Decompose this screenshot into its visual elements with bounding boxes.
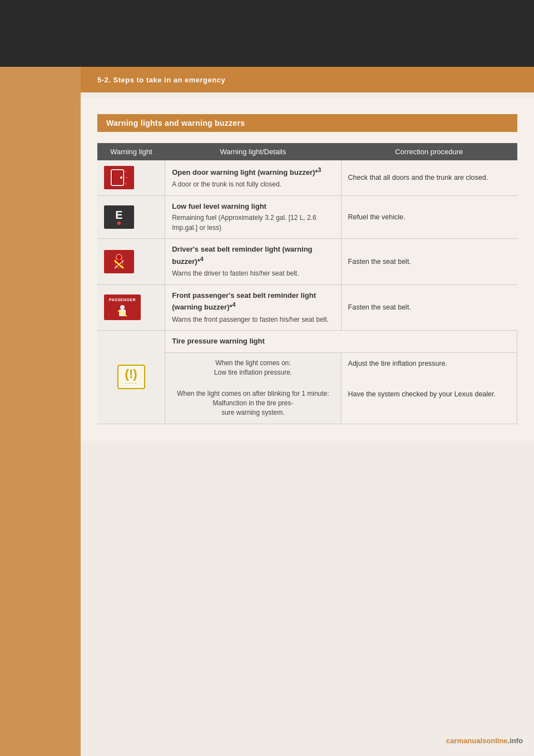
passenger-label: PASSENGER [109, 297, 136, 303]
content-area: Warning lights and warning buzzers Warni… [81, 97, 534, 441]
tire-pressure-warning-icon: (!) ~~~~ [117, 365, 145, 389]
col-warning-details: Warning light/Details [165, 143, 341, 160]
svg-line-4 [123, 171, 127, 173]
section-label: 5-2. Steps to take in an emergency [97, 76, 225, 84]
table-row: Driver's seat belt reminder light (warni… [97, 239, 517, 284]
table-row: E Low fuel level warning light Remaining… [97, 195, 517, 239]
col-correction: Correction procedure [341, 143, 517, 160]
passenger-seatbelt-title: Front passenger's seat belt reminder lig… [172, 291, 334, 313]
svg-point-7 [116, 254, 122, 260]
door-correction-text: Check that all doors and the trunk are c… [348, 174, 488, 181]
watermark: carmanualsonline.info [446, 737, 523, 745]
seatbelt-correction-text: Fasten the seat belt. [348, 258, 411, 266]
icon-cell [97, 239, 165, 284]
fuel-warning-details: Low fuel level warning light Remaining f… [165, 195, 341, 239]
watermark-text: carmanualsonline.info [446, 737, 523, 745]
seatbelt-warning-title: Driver's seat belt reminder light (warni… [172, 244, 334, 267]
tire-correction-1-cell: Adjust the tire inflation pressure. [341, 352, 517, 383]
tire-tread: ~~~~ [125, 380, 137, 387]
warning-table: Warning light Warning light/Details Corr… [97, 143, 517, 424]
tire-condition-1-cell: When the light comes on:Low tire inflati… [165, 352, 341, 383]
door-warning-correction: Check that all doors and the trunk are c… [341, 160, 517, 195]
fuel-warning-detail: Remaining fuel (Approximately 3.2 gal. [… [172, 213, 334, 233]
svg-point-2 [120, 176, 122, 179]
left-sidebar [0, 0, 81, 756]
fuel-dot [117, 222, 121, 225]
fuel-warning-correction: Refuel the vehicle. [341, 195, 517, 239]
tire-pressure-title-cell: Tire pressure warning light [165, 331, 517, 353]
table-row: (!) ~~~~ Tire pressure warning light [97, 331, 517, 353]
col-warning-light: Warning light [97, 143, 165, 160]
fuel-warning-title: Low fuel level warning light [172, 202, 334, 212]
passenger-correction-text: Fasten the seat belt. [348, 303, 411, 311]
icon-cell: PASSENGER [97, 284, 165, 330]
table-header-row: Warning light Warning light/Details Corr… [97, 143, 517, 160]
subtitle-text: Warning lights and warning buzzers [106, 119, 245, 127]
fuel-correction-text: Refuel the vehicle. [348, 213, 406, 221]
svg-point-11 [120, 305, 125, 310]
tire-exclaim-mark: (!) [125, 368, 137, 380]
passenger-seatbelt-detail: Warns the front passenger to fasten his/… [172, 315, 334, 325]
fuel-e-letter: E [115, 209, 122, 220]
seatbelt-warning-details: Driver's seat belt reminder light (warni… [165, 239, 341, 284]
table-row: PASSENGER Front passenger's seat belt re… [97, 284, 517, 330]
tire-correction-2: Have the system checked by your Lexus de… [348, 390, 496, 398]
icon-cell [97, 160, 165, 195]
icon-cell: E [97, 195, 165, 239]
subtitle-bar: Warning lights and warning buzzers [97, 114, 517, 132]
tire-condition-1: When the light comes on:Low tire inflati… [172, 359, 334, 378]
seatbelt-warning-correction: Fasten the seat belt. [341, 239, 517, 284]
seatbelt-warning-icon [104, 250, 134, 273]
svg-line-6 [123, 182, 127, 184]
passenger-seatbelt-warning-icon: PASSENGER [104, 294, 141, 320]
tire-condition-2: When the light comes on after blinking f… [172, 389, 334, 418]
tire-condition-2-cell: When the light comes on after blinking f… [165, 384, 341, 424]
header-section: 5-2. Steps to take in an emergency [81, 67, 534, 92]
passenger-seatbelt-correction: Fasten the seat belt. [341, 284, 517, 330]
tire-icon-cell: (!) ~~~~ [97, 331, 165, 424]
door-warning-icon [104, 166, 134, 189]
tire-correction-2-cell: Have the system checked by your Lexus de… [341, 384, 517, 424]
table-row: Open door warning light (warning buzzer)… [97, 160, 517, 195]
fuel-warning-icon: E [104, 205, 134, 229]
door-warning-title: Open door warning light (warning buzzer)… [172, 166, 334, 178]
passenger-seatbelt-details: Front passenger's seat belt reminder lig… [165, 284, 341, 330]
tire-pressure-title: Tire pressure warning light [172, 337, 265, 345]
tire-correction-1: Adjust the tire inflation pressure. [348, 360, 448, 367]
door-warning-detail: A door or the trunk is not fully closed. [172, 180, 334, 189]
top-bar [0, 0, 534, 67]
seatbelt-warning-detail: Warns the driver to fasten his/her seat … [172, 269, 334, 278]
door-warning-details: Open door warning light (warning buzzer)… [165, 160, 341, 195]
